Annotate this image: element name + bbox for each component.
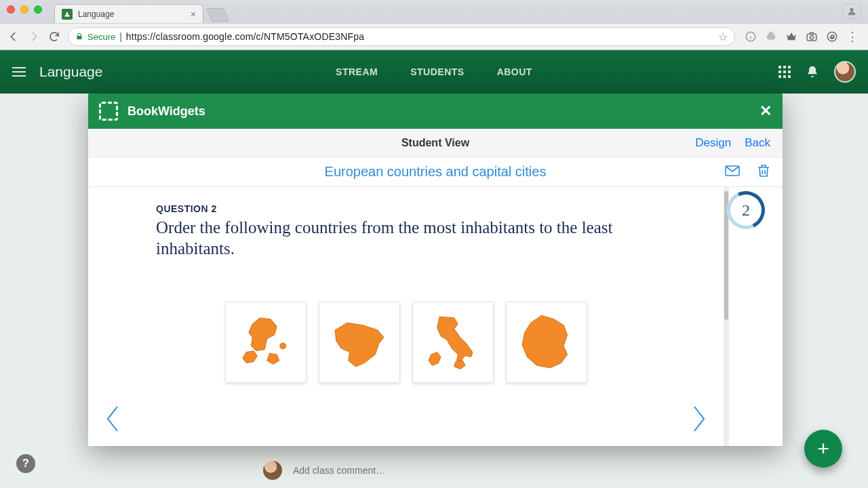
extension-icons: ⋮ bbox=[742, 30, 861, 43]
quiz-title[interactable]: European countries and capital cities bbox=[325, 164, 547, 180]
bookmark-star-icon[interactable]: ☆ bbox=[718, 30, 728, 43]
svg-point-0 bbox=[850, 8, 853, 12]
modal-header: BookWidgets ✕ bbox=[88, 94, 783, 129]
next-question-button[interactable] bbox=[690, 405, 707, 435]
mail-icon[interactable] bbox=[724, 163, 741, 182]
subheader-title: Student View bbox=[401, 137, 469, 149]
quiz-title-row: European countries and capital cities bbox=[88, 157, 783, 187]
modal-close-button[interactable]: ✕ bbox=[760, 102, 772, 120]
browser-tabstrip: Language × bbox=[0, 0, 868, 23]
url-separator: | bbox=[119, 31, 122, 42]
user-avatar[interactable] bbox=[834, 61, 856, 83]
class-nav: STREAM STUDENTS ABOUT bbox=[336, 66, 532, 77]
classroom-favicon-icon bbox=[62, 9, 73, 20]
comment-bar bbox=[263, 458, 821, 483]
back-link[interactable]: Back bbox=[745, 136, 770, 150]
mac-traffic-lights bbox=[7, 5, 42, 14]
nav-students[interactable]: STUDENTS bbox=[410, 66, 464, 77]
browser-toolbar: Secure | https://classroom.google.com/c/… bbox=[0, 23, 868, 50]
svg-point-6 bbox=[279, 342, 285, 348]
lock-icon bbox=[75, 33, 83, 41]
mac-minimize-dot[interactable] bbox=[20, 5, 28, 14]
nav-forward-button[interactable] bbox=[27, 30, 41, 43]
extension-drive-icon[interactable] bbox=[765, 30, 777, 43]
svg-point-4 bbox=[827, 32, 837, 41]
tab-title: Language bbox=[78, 9, 114, 19]
question-label: QUESTION 2 bbox=[156, 203, 683, 214]
classroom-header: Language STREAM STUDENTS ABOUT bbox=[0, 50, 868, 94]
country-card-italy[interactable] bbox=[412, 302, 494, 383]
nav-back-button[interactable] bbox=[7, 30, 20, 43]
class-title: Language bbox=[39, 64, 102, 80]
google-apps-icon[interactable] bbox=[778, 66, 791, 78]
chrome-profile-button[interactable] bbox=[842, 4, 861, 19]
comment-avatar bbox=[263, 461, 282, 480]
nav-reload-button[interactable] bbox=[47, 30, 61, 43]
mac-close-dot[interactable] bbox=[7, 5, 15, 14]
quiz-body: QUESTION 2 Order the following countries… bbox=[88, 187, 783, 446]
url-text: https://classroom.google.com/c/NTM5OTAxO… bbox=[126, 31, 364, 42]
extension-crown-icon[interactable] bbox=[785, 30, 797, 43]
quiz-content: QUESTION 2 Order the following countries… bbox=[88, 187, 724, 446]
notifications-icon[interactable] bbox=[806, 65, 819, 79]
create-fab-button[interactable]: + bbox=[804, 430, 842, 468]
svg-point-3 bbox=[810, 36, 813, 39]
menu-hamburger-icon[interactable] bbox=[12, 67, 26, 77]
counter-value: 2 bbox=[742, 201, 750, 220]
country-card-france[interactable] bbox=[506, 302, 587, 383]
new-tab-button[interactable] bbox=[206, 8, 229, 22]
prev-question-button[interactable] bbox=[104, 405, 122, 435]
secure-label: Secure bbox=[87, 32, 115, 42]
modal-subheader: Student View Design Back bbox=[88, 129, 783, 157]
omnibox[interactable]: Secure | https://classroom.google.com/c/… bbox=[68, 27, 735, 46]
browser-tab-active[interactable]: Language × bbox=[54, 4, 203, 23]
extension-swirl-icon[interactable] bbox=[826, 30, 838, 43]
fake-scrollbar[interactable] bbox=[724, 187, 728, 446]
country-card-belgium[interactable] bbox=[319, 302, 400, 383]
nav-stream[interactable]: STREAM bbox=[336, 66, 378, 77]
nav-about[interactable]: ABOUT bbox=[497, 66, 532, 77]
design-link[interactable]: Design bbox=[695, 136, 731, 150]
modal-brand: BookWidgets bbox=[127, 104, 205, 119]
svg-rect-2 bbox=[807, 34, 816, 41]
chrome-menu-icon[interactable]: ⋮ bbox=[846, 30, 859, 43]
help-button[interactable]: ? bbox=[16, 454, 35, 473]
question-text: Order the following countries from the m… bbox=[156, 217, 683, 260]
class-comment-input[interactable] bbox=[292, 464, 821, 476]
extension-info-icon[interactable] bbox=[745, 30, 757, 43]
bookwidgets-modal: BookWidgets ✕ Student View Design Back E… bbox=[88, 94, 783, 446]
country-cards-row bbox=[156, 302, 683, 383]
extension-camera-icon[interactable] bbox=[806, 30, 818, 43]
trash-icon[interactable] bbox=[755, 163, 772, 182]
bookwidgets-logo-icon bbox=[99, 102, 118, 121]
question-counter: 2 bbox=[727, 191, 765, 229]
mac-zoom-dot[interactable] bbox=[34, 5, 42, 14]
country-card-denmark[interactable] bbox=[225, 302, 307, 383]
tab-close-icon[interactable]: × bbox=[191, 9, 196, 20]
